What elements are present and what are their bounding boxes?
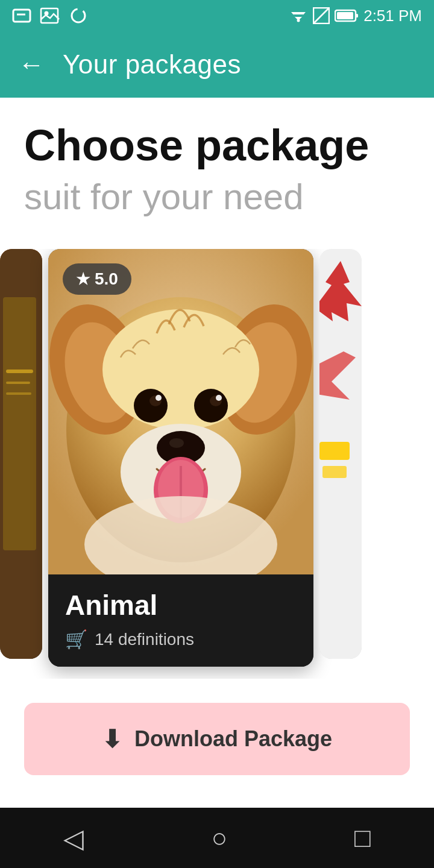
- cart-icon: 🛒: [65, 629, 87, 650]
- card-definitions: 14 definitions: [95, 630, 194, 649]
- rating-value: 5.0: [95, 269, 118, 289]
- svg-line-10: [313, 8, 329, 24]
- svg-point-25: [102, 309, 259, 430]
- card-meta: 🛒 14 definitions: [65, 629, 297, 650]
- image-icon: [40, 7, 61, 24]
- status-bar-right: 2:51 PM: [289, 7, 422, 25]
- partial-right-art: [319, 249, 362, 659]
- card-animal[interactable]: ★ 5.0 Animal 🛒 14 definitions: [48, 249, 313, 667]
- edit-icon: [12, 7, 34, 24]
- download-section: ⬇ Download Package: [0, 679, 434, 805]
- partial-left-art: [0, 249, 42, 659]
- star-icon: ★: [76, 270, 90, 289]
- svg-point-4: [72, 9, 85, 22]
- nav-home-button[interactable]: ○: [211, 823, 227, 853]
- main-content: Choose package suit for your need: [0, 98, 434, 679]
- app-bar: ← Your packages: [0, 31, 434, 98]
- svg-rect-18: [6, 392, 31, 395]
- svg-point-30: [156, 395, 162, 401]
- svg-rect-12: [356, 14, 358, 17]
- sync-icon: [68, 7, 89, 24]
- card-partial-right[interactable]: [319, 249, 362, 659]
- card-title: Animal: [65, 589, 297, 621]
- svg-rect-17: [6, 382, 30, 384]
- svg-rect-16: [6, 370, 33, 373]
- signal-icon: [313, 7, 330, 24]
- wifi-icon: [289, 7, 308, 24]
- svg-point-31: [216, 395, 222, 401]
- time-display: 2:51 PM: [363, 7, 422, 25]
- svg-point-34: [169, 438, 184, 448]
- svg-rect-0: [13, 10, 30, 22]
- svg-rect-42: [319, 442, 350, 460]
- svg-rect-13: [337, 12, 353, 19]
- page-heading: Choose package: [24, 122, 410, 169]
- card-partial-image: [0, 249, 42, 659]
- download-arrow-icon: ⬇: [102, 725, 122, 753]
- card-image-area: ★ 5.0: [48, 249, 313, 574]
- dog-illustration: [48, 249, 313, 574]
- page-subheading: suit for your need: [24, 175, 410, 219]
- svg-rect-15: [3, 297, 36, 550]
- download-package-button[interactable]: ⬇ Download Package: [24, 703, 410, 775]
- bottom-nav: ◁ ○ □: [0, 808, 434, 868]
- nav-recents-button[interactable]: □: [354, 823, 371, 853]
- app-bar-title: Your packages: [63, 49, 241, 80]
- svg-rect-43: [322, 466, 347, 478]
- status-bar-icons-left: [12, 7, 89, 24]
- nav-back-button[interactable]: ◁: [63, 823, 84, 854]
- card-partial-left[interactable]: [0, 249, 42, 659]
- battery-icon: [335, 8, 359, 23]
- svg-point-27: [194, 389, 228, 423]
- svg-point-26: [134, 389, 168, 423]
- rating-badge: ★ 5.0: [63, 263, 131, 295]
- back-button[interactable]: ←: [18, 51, 45, 78]
- download-button-label: Download Package: [134, 726, 332, 752]
- svg-point-8: [297, 19, 300, 22]
- status-bar: 2:51 PM: [0, 0, 434, 31]
- cards-carousel: ★ 5.0 Animal 🛒 14 definitions: [0, 249, 434, 679]
- card-info: Animal 🛒 14 definitions: [48, 574, 313, 667]
- card-partial-right-image: [319, 249, 362, 659]
